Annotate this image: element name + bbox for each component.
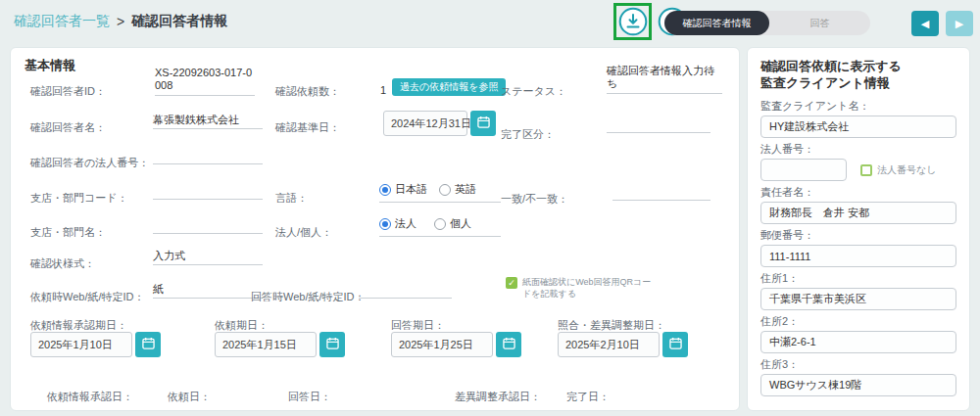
radio-corporate-label: 法人 bbox=[395, 216, 416, 231]
radio-unselected-icon bbox=[439, 184, 451, 196]
response-deadline-label: 回答期日： bbox=[391, 318, 445, 333]
form-style-value[interactable]: 入力式 bbox=[153, 249, 263, 265]
past-requests-button[interactable]: 過去の依頼情報を参照 bbox=[392, 78, 506, 96]
approval-deadline-label: 依頼情報承認期日： bbox=[30, 318, 127, 333]
download-button[interactable] bbox=[618, 7, 648, 36]
response-medium-field[interactable] bbox=[359, 282, 452, 299]
status-label: ステータス： bbox=[501, 84, 566, 99]
respondent-id-label: 確認回答者ID： bbox=[30, 84, 106, 99]
prev-button[interactable]: ◀ bbox=[911, 11, 939, 36]
respondent-id-value[interactable]: XS-22092603-017-0008 bbox=[155, 67, 255, 96]
download-icon bbox=[618, 24, 648, 39]
address1-label: 住所1： bbox=[760, 271, 956, 286]
request-deadline-label: 依頼期日： bbox=[215, 318, 269, 333]
left-triangle-icon: ◀ bbox=[921, 18, 929, 30]
address1-input[interactable]: 千葉県千葉市美浜区 bbox=[760, 288, 956, 310]
request-medium-value[interactable]: 紙 bbox=[153, 282, 263, 299]
approval-date-label: 依頼情報承認日： bbox=[47, 390, 133, 404]
client-corporate-number-input[interactable] bbox=[760, 159, 847, 181]
calendar-icon bbox=[503, 337, 515, 352]
address2-label: 住所2： bbox=[760, 314, 956, 329]
radio-japanese-label: 日本語 bbox=[395, 182, 427, 197]
response-deadline-input[interactable]: 2025年1月25日 bbox=[391, 332, 493, 357]
radio-selected-icon bbox=[379, 218, 391, 230]
request-date-label: 依頼日： bbox=[168, 390, 211, 404]
calendar-icon bbox=[326, 337, 339, 352]
client-name-label: 監査クライアント名： bbox=[760, 99, 956, 114]
response-medium-label: 回答時Web/紙/特定ID： bbox=[251, 290, 366, 304]
radio-english[interactable]: 英語 bbox=[439, 182, 476, 197]
match-label: 一致/不一致： bbox=[501, 192, 568, 207]
postal-code-input[interactable]: 111-1111 bbox=[760, 245, 956, 267]
page: 確認回答者一覧 > 確認回答者情報 確認回答者情報 回答 ◀ ▶ 基本情報 確 bbox=[0, 0, 980, 416]
toggle-option-answer[interactable]: 回答 bbox=[769, 11, 870, 35]
manager-name-input[interactable]: 財務部長 倉井 安都 bbox=[760, 202, 956, 224]
completion-field[interactable] bbox=[607, 116, 710, 133]
calendar-icon bbox=[477, 116, 490, 131]
qr-checkbox[interactable]: ✓ bbox=[506, 277, 517, 289]
no-corporate-number-label: 法人番号なし bbox=[877, 163, 936, 177]
breadcrumb: 確認回答者一覧 > 確認回答者情報 bbox=[14, 13, 227, 30]
view-toggle[interactable]: 確認回答者情報 回答 bbox=[664, 11, 870, 35]
client-name-input[interactable]: HY建設株式会社 bbox=[760, 116, 956, 138]
response-deadline-calendar-button[interactable] bbox=[496, 332, 521, 357]
approval-deadline-input[interactable]: 2025年1月10日 bbox=[30, 332, 132, 357]
request-deadline-input[interactable]: 2025年1月15日 bbox=[215, 332, 317, 357]
request-count-label: 確認依頼数： bbox=[275, 84, 340, 99]
base-date-calendar-button[interactable] bbox=[470, 111, 496, 136]
calendar-icon bbox=[669, 337, 682, 352]
radio-unselected-icon bbox=[434, 218, 446, 230]
breadcrumb-current: 確認回答者情報 bbox=[131, 13, 227, 30]
radio-individual[interactable]: 個人 bbox=[434, 216, 471, 231]
request-medium-label: 依頼時Web/紙/特定ID： bbox=[30, 290, 145, 304]
reconciliation-deadline-label: 照合・差異調整期日： bbox=[558, 318, 665, 333]
reconciliation-deadline-calendar-button[interactable] bbox=[662, 332, 688, 357]
base-date-label: 確認基準日： bbox=[275, 120, 340, 135]
language-label: 言語： bbox=[275, 191, 308, 206]
breadcrumb-separator: > bbox=[117, 14, 124, 29]
address3-input[interactable]: WBGサウス棟19階 bbox=[760, 374, 956, 396]
manager-name-label: 責任者名： bbox=[760, 185, 956, 200]
basic-info-card: 基本情報 確認回答者ID： XS-22092603-017-0008 確認依頼数… bbox=[10, 47, 740, 411]
client-corporate-number-label: 法人番号： bbox=[760, 142, 956, 157]
corporate-number-label: 確認回答者の法人番号： bbox=[30, 156, 149, 170]
audit-client-title-line1: 確認回答依頼に表示する bbox=[760, 58, 956, 74]
calendar-icon bbox=[142, 337, 155, 352]
qr-checkbox-label: 紙面確認状にWeb回答用QRコードを記載する bbox=[522, 276, 655, 300]
toggle-option-respondent-info[interactable]: 確認回答者情報 bbox=[664, 11, 769, 35]
audit-client-title-line2: 監査クライアント情報 bbox=[760, 74, 956, 91]
audit-client-title: 確認回答依頼に表示する 監査クライアント情報 bbox=[760, 58, 956, 91]
request-deadline-calendar-button[interactable] bbox=[319, 332, 345, 357]
radio-selected-icon bbox=[379, 184, 391, 196]
no-corporate-number-checkbox[interactable] bbox=[860, 164, 872, 176]
right-triangle-icon: ▶ bbox=[956, 18, 963, 30]
address3-label: 住所3： bbox=[760, 357, 956, 372]
entity-type-label: 法人/個人： bbox=[275, 225, 332, 240]
match-field[interactable] bbox=[612, 184, 710, 201]
base-date-input[interactable]: 2024年12月31日 bbox=[383, 111, 467, 136]
corporate-number-field[interactable] bbox=[153, 148, 263, 164]
branch-name-label: 支店・部門名： bbox=[30, 225, 106, 240]
completed-date-label: 完了日： bbox=[566, 390, 610, 404]
postal-code-label: 郵便番号： bbox=[760, 228, 956, 243]
completion-label: 完了区分： bbox=[501, 127, 555, 142]
reconciliation-deadline-input[interactable]: 2025年2月10日 bbox=[558, 332, 660, 357]
radio-individual-label: 個人 bbox=[450, 216, 471, 231]
next-button[interactable]: ▶ bbox=[946, 11, 973, 36]
response-date-label: 回答日： bbox=[288, 390, 331, 404]
branch-code-label: 支店・部門コード： bbox=[30, 191, 128, 206]
radio-japanese[interactable]: 日本語 bbox=[379, 182, 427, 197]
respondent-name-label: 確認回答者名： bbox=[30, 120, 106, 135]
status-value: 確認回答者情報入力待ち bbox=[607, 65, 722, 94]
form-style-label: 確認状様式： bbox=[30, 256, 95, 271]
address2-input[interactable]: 中瀬2-6-1 bbox=[760, 331, 956, 353]
adjustment-approval-date-label: 差異調整承認日： bbox=[455, 390, 541, 404]
approval-deadline-calendar-button[interactable] bbox=[135, 332, 161, 357]
branch-name-field[interactable] bbox=[153, 217, 263, 234]
radio-corporate[interactable]: 法人 bbox=[379, 216, 416, 231]
radio-english-label: 英語 bbox=[455, 182, 476, 197]
branch-code-field[interactable] bbox=[153, 183, 263, 200]
breadcrumb-link-respondent-list[interactable]: 確認回答者一覧 bbox=[14, 13, 110, 30]
respondent-name-value[interactable]: 幕張製鉄株式会社 bbox=[153, 113, 263, 129]
request-count-value: 1 bbox=[380, 84, 386, 96]
